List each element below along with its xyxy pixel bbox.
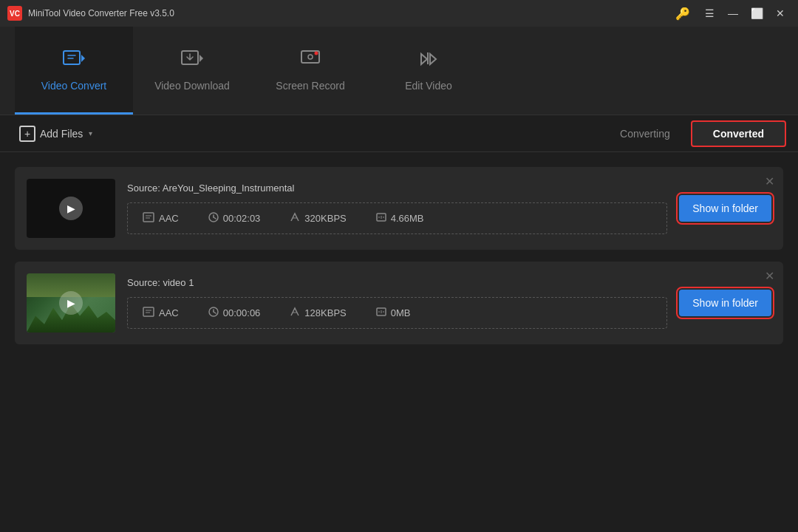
nav-video-convert-label: Video Convert (41, 80, 106, 92)
thumbnail-1[interactable]: ▶ (27, 179, 115, 238)
file-card-2: ▶ Source: video 1 AAC 00:00:0 (15, 262, 783, 344)
clock-icon-1 (208, 212, 219, 225)
close-card-button-2[interactable]: ✕ (765, 269, 774, 283)
nav-edit-video[interactable]: Edit Video (369, 27, 488, 115)
show-folder-button-2[interactable]: Show in folder (679, 290, 771, 316)
nav-screen-record-label: Screen Record (276, 80, 344, 92)
duration-value-2: 00:00:06 (223, 307, 261, 318)
key-icon: 🔑 (675, 7, 690, 21)
meta-box-1: AAC 00:02:03 320KBPS (127, 202, 667, 234)
svg-point-4 (315, 51, 318, 55)
app-logo: VC (7, 6, 22, 21)
video-convert-icon (62, 48, 86, 74)
nav-video-download-label: Video Download (154, 80, 230, 92)
add-files-label: Add Files (40, 128, 83, 140)
source-filename-1: AreYou_Sleeping_Instrumental (163, 183, 295, 194)
format-icon-2 (143, 307, 154, 319)
svg-point-3 (308, 55, 313, 59)
thumbnail-2[interactable]: ▶ (27, 273, 115, 332)
svg-rect-16 (143, 307, 154, 316)
close-card-button-1[interactable]: ✕ (765, 174, 774, 188)
meta-duration-1: 00:02:03 (208, 212, 261, 225)
title-bar-controls: 🔑 ☰ — ⬜ ✕ (675, 5, 791, 21)
svg-rect-0 (64, 51, 80, 64)
minimize-button[interactable]: — (723, 5, 743, 21)
format-value-1: AAC (159, 213, 179, 224)
close-button[interactable]: ✕ (770, 5, 791, 21)
screen-record-icon (299, 48, 322, 74)
size-icon-2 (376, 307, 386, 319)
duration-value-1: 00:02:03 (223, 213, 261, 224)
bitrate-value-1: 320KBPS (304, 213, 346, 224)
play-button-2[interactable]: ▶ (59, 291, 83, 315)
add-files-button[interactable]: + Add Files ▾ (12, 121, 100, 146)
bitrate-value-2: 128KBPS (304, 307, 346, 318)
maximize-button[interactable]: ⬜ (746, 5, 767, 21)
meta-bitrate-2: 128KBPS (290, 307, 346, 319)
file-info-1: Source: AreYou_Sleeping_Instrumental AAC… (127, 183, 667, 234)
size-value-2: 0MB (391, 307, 411, 318)
meta-size-1: 4.66MB (376, 212, 424, 225)
meta-box-2: AAC 00:00:06 128KBPS (127, 297, 667, 329)
meta-format-2: AAC (143, 307, 179, 319)
clock-icon-2 (208, 307, 219, 319)
source-filename-2: video 1 (163, 277, 194, 288)
nav-video-download[interactable]: Video Download (133, 27, 251, 115)
meta-size-2: 0MB (376, 307, 411, 319)
edit-video-icon (417, 48, 440, 74)
sub-tab-bar: + Add Files ▾ Converting Converted (0, 115, 798, 152)
content-area: ▶ Source: AreYou_Sleeping_Instrumental A… (0, 152, 798, 359)
size-value-1: 4.66MB (391, 213, 424, 224)
svg-line-11 (214, 217, 216, 219)
size-icon-1 (376, 212, 386, 225)
bitrate-icon-1 (290, 212, 300, 225)
hamburger-button[interactable]: ☰ (699, 5, 720, 21)
app-title: MiniTool Video Converter Free v3.5.0 (28, 8, 174, 18)
nav-video-convert[interactable]: Video Convert (15, 27, 133, 115)
tab-converting[interactable]: Converting (599, 120, 691, 147)
meta-format-1: AAC (143, 212, 179, 225)
tab-converted[interactable]: Converted (691, 120, 786, 147)
file-card-1: ▶ Source: AreYou_Sleeping_Instrumental A… (15, 167, 783, 250)
dropdown-arrow: ▾ (89, 129, 92, 137)
video-download-icon (180, 48, 204, 74)
file-info-2: Source: video 1 AAC 00:00:06 (127, 277, 667, 329)
nav-edit-video-label: Edit Video (405, 80, 452, 92)
svg-rect-6 (143, 213, 154, 222)
source-label-2: Source: video 1 (127, 277, 667, 288)
bitrate-icon-2 (290, 307, 300, 319)
format-value-2: AAC (159, 307, 179, 318)
title-bar: VC MiniTool Video Converter Free v3.5.0 … (0, 0, 798, 27)
meta-bitrate-1: 320KBPS (290, 212, 346, 225)
add-icon: + (19, 126, 35, 142)
nav-bar: Video Convert Video Download Screen Reco… (0, 27, 798, 115)
source-label-1: Source: AreYou_Sleeping_Instrumental (127, 183, 667, 194)
play-button-1[interactable]: ▶ (59, 197, 83, 220)
show-folder-button-1[interactable]: Show in folder (679, 195, 771, 222)
meta-duration-2: 00:00:06 (208, 307, 261, 319)
sub-tabs: Converting Converted (599, 120, 786, 147)
nav-screen-record[interactable]: Screen Record (251, 27, 369, 115)
svg-line-21 (214, 312, 216, 313)
title-bar-left: VC MiniTool Video Converter Free v3.5.0 (7, 6, 174, 21)
format-icon-1 (143, 212, 154, 225)
